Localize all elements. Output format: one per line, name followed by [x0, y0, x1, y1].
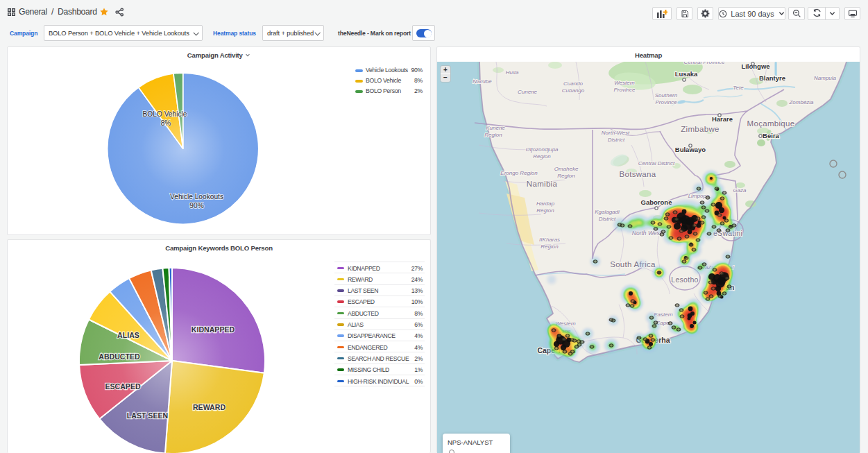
svg-text:Region: Region: [533, 153, 551, 160]
svg-text:Southern: Southern: [655, 92, 678, 99]
svg-text:Western: Western: [614, 80, 635, 86]
svg-text:Region: Region: [541, 243, 559, 250]
svg-text:Blantyre: Blantyre: [759, 74, 785, 82]
svg-text:Province: Province: [655, 99, 677, 105]
svg-text:Kgalagadi: Kgalagadi: [595, 209, 620, 215]
svg-text:Lilongwe: Lilongwe: [741, 62, 769, 70]
svg-text:ALIAS: ALIAS: [117, 331, 139, 339]
svg-text:BOLO Vehicle: BOLO Vehicle: [143, 110, 187, 118]
svg-text:Vehicle Lookouts: Vehicle Lookouts: [170, 193, 223, 200]
svg-text:Zombézia: Zombézia: [788, 99, 814, 105]
svg-text:Region: Region: [557, 173, 575, 179]
svg-text:Region: Region: [536, 207, 554, 214]
svg-text:Nampula: Nampula: [814, 75, 837, 81]
svg-text:Omaheke: Omaheke: [554, 166, 579, 172]
svg-text:Gaza: Gaza: [733, 187, 747, 194]
svg-text:Harare: Harare: [712, 115, 733, 123]
svg-text:Tete: Tete: [733, 85, 744, 91]
svg-text:ABDUCTED: ABDUCTED: [99, 352, 140, 361]
svg-text:Province: Province: [613, 87, 636, 93]
svg-text:Kunene: Kunene: [486, 125, 505, 131]
svg-text:KIDNAPPED: KIDNAPPED: [192, 325, 235, 334]
svg-text:Cunene: Cunene: [518, 89, 538, 95]
svg-text:Central District: Central District: [638, 160, 675, 166]
svg-text:Erongo Region: Erongo Region: [500, 170, 538, 176]
svg-text:IIKharas: IIKharas: [539, 237, 560, 243]
svg-text:Hardap: Hardap: [536, 200, 555, 207]
svg-text:Cubango: Cubango: [562, 87, 585, 94]
svg-text:Lesotho: Lesotho: [671, 275, 698, 284]
svg-text:Central Province: Central Province: [683, 62, 725, 65]
svg-text:Beira: Beira: [763, 132, 779, 139]
svg-text:Lusaka: Lusaka: [675, 70, 698, 78]
svg-text:District: District: [608, 137, 625, 143]
svg-text:North-West: North-West: [602, 130, 630, 136]
svg-text:LAST SEEN: LAST SEEN: [127, 411, 168, 420]
svg-text:ESCAPED: ESCAPED: [105, 382, 141, 391]
svg-text:Moçambique: Moçambique: [747, 119, 795, 128]
svg-text:90%: 90%: [189, 202, 203, 210]
svg-text:8%: 8%: [161, 119, 171, 127]
svg-text:Botswana: Botswana: [620, 170, 656, 178]
svg-text:Huíla: Huíla: [506, 69, 519, 76]
svg-text:Namibia: Namibia: [527, 180, 558, 188]
svg-text:Cuando: Cuando: [563, 80, 584, 87]
svg-text:Namibe: Namibe: [473, 78, 492, 85]
svg-text:Region: Region: [484, 132, 502, 138]
svg-text:South Africa: South Africa: [610, 260, 656, 268]
svg-text:REWARD: REWARD: [193, 403, 225, 411]
svg-text:Otjozondjupa: Otjozondjupa: [525, 146, 559, 153]
svg-text:Zimbabwe: Zimbabwe: [681, 125, 719, 133]
